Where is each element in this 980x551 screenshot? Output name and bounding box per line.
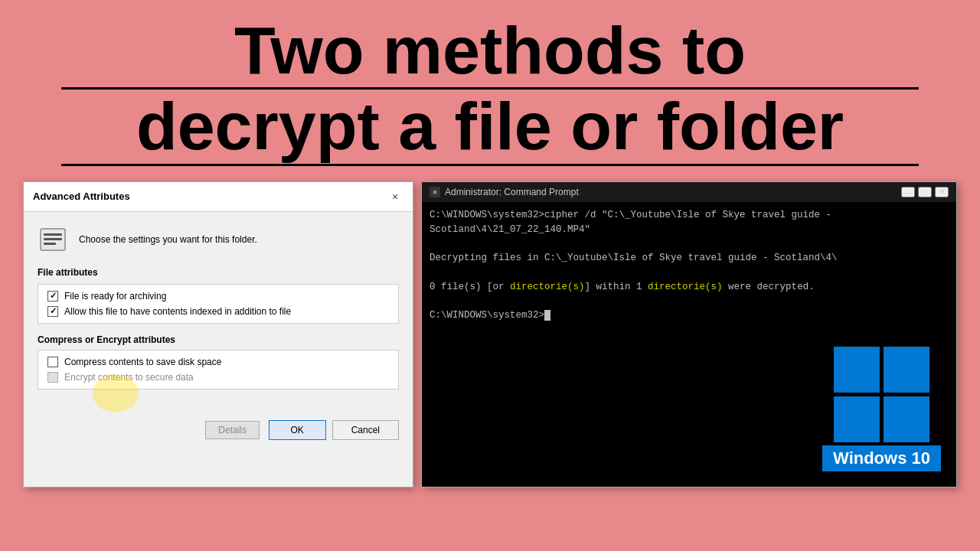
svg-rect-2 bbox=[44, 238, 62, 240]
details-button: Details bbox=[205, 421, 260, 439]
title-line1: Two methods to bbox=[31, 15, 949, 86]
cmd-prompt: C:\WINDOWS\system32> bbox=[430, 310, 544, 321]
dialog-footer: Details OK Cancel bbox=[24, 412, 413, 451]
cmd-line-2 bbox=[430, 236, 949, 251]
title-line2: decrypt a file or folder bbox=[31, 91, 949, 161]
archive-checkbox[interactable] bbox=[47, 291, 58, 302]
file-attributes-box: File is ready for archiving Allow this f… bbox=[38, 284, 399, 324]
svg-rect-3 bbox=[44, 243, 56, 245]
cmd-line-5: 0 file(s) [or directorie(s)] within 1 di… bbox=[430, 280, 949, 295]
archive-label: File is ready for archiving bbox=[64, 291, 166, 302]
compress-encrypt-box: Compress contents to save disk space Enc… bbox=[38, 350, 399, 390]
cmd-icon: ■ bbox=[430, 187, 440, 197]
title-divider-bottom bbox=[61, 164, 919, 166]
folder-attributes-icon bbox=[38, 224, 68, 255]
dialog-header-row: Choose the settings you want for this fo… bbox=[38, 224, 399, 255]
highlight-word-2: directorie(s) bbox=[648, 282, 723, 292]
win-tile-br bbox=[884, 396, 929, 442]
cmd-line-3: Decrypting files in C:\_Youtube\Isle of … bbox=[430, 251, 949, 266]
windows-logo: Windows 10 bbox=[822, 347, 941, 471]
advanced-attributes-dialog: Advanced Attributes × Choose the setting… bbox=[23, 181, 413, 487]
cmd-cursor-block bbox=[544, 310, 550, 321]
cmd-titlebar: ■ Administrator: Command Prompt — □ ✕ bbox=[422, 182, 956, 202]
compress-encrypt-label: Compress or Encrypt attributes bbox=[38, 334, 399, 345]
win-tile-tl bbox=[834, 347, 880, 393]
archive-checkbox-row: File is ready for archiving bbox=[47, 291, 389, 302]
windows-logo-grid bbox=[834, 347, 929, 442]
index-label: Allow this file to have contents indexed… bbox=[64, 306, 291, 317]
index-checkbox-row: Allow this file to have contents indexed… bbox=[47, 306, 389, 317]
cancel-button[interactable]: Cancel bbox=[332, 420, 399, 440]
cmd-title: Administrator: Command Prompt bbox=[445, 187, 579, 197]
title-area: Two methods to decrypt a file or folder bbox=[0, 0, 980, 175]
cmd-line-7: C:\WINDOWS\system32> bbox=[430, 308, 949, 323]
index-checkbox[interactable] bbox=[47, 306, 58, 317]
win-tile-bl bbox=[834, 396, 880, 442]
panels-container: Advanced Attributes × Choose the setting… bbox=[0, 181, 980, 487]
dialog-titlebar: Advanced Attributes × bbox=[24, 182, 413, 212]
cmd-line-4 bbox=[430, 266, 949, 280]
cmd-line-6 bbox=[430, 294, 949, 308]
encrypt-label: Encrypt contents to secure data bbox=[64, 372, 194, 383]
encrypt-checkbox bbox=[47, 372, 58, 383]
windows-label: Windows 10 bbox=[833, 448, 930, 468]
windows-label-box: Windows 10 bbox=[822, 445, 941, 471]
compress-checkbox-row: Compress contents to save disk space bbox=[47, 357, 389, 367]
svg-rect-1 bbox=[44, 233, 62, 236]
cmd-minimize-button[interactable]: — bbox=[901, 187, 915, 197]
encrypt-checkbox-row: Encrypt contents to secure data bbox=[47, 372, 389, 383]
dialog-close-button[interactable]: × bbox=[387, 188, 403, 205]
cmd-line-1: C:\WINDOWS\system32>cipher /d "C:\_Youtu… bbox=[430, 208, 949, 237]
compress-label: Compress contents to save disk space bbox=[64, 357, 221, 367]
cmd-controls: — □ ✕ bbox=[901, 187, 949, 197]
dialog-body: Choose the settings you want for this fo… bbox=[24, 212, 413, 412]
cmd-title-left: ■ Administrator: Command Prompt bbox=[430, 187, 579, 197]
highlight-word: directorie(s) bbox=[510, 282, 585, 292]
command-prompt-window: ■ Administrator: Command Prompt — □ ✕ C:… bbox=[421, 181, 957, 487]
ok-button[interactable]: OK bbox=[269, 420, 326, 440]
dialog-title: Advanced Attributes bbox=[33, 191, 130, 202]
compress-checkbox[interactable] bbox=[47, 357, 58, 367]
cmd-close-button[interactable]: ✕ bbox=[935, 187, 949, 197]
dialog-description: Choose the settings you want for this fo… bbox=[79, 234, 257, 245]
cmd-maximize-button[interactable]: □ bbox=[918, 187, 932, 197]
file-attributes-label: File attributes bbox=[38, 267, 399, 278]
win-tile-tr bbox=[884, 347, 929, 393]
